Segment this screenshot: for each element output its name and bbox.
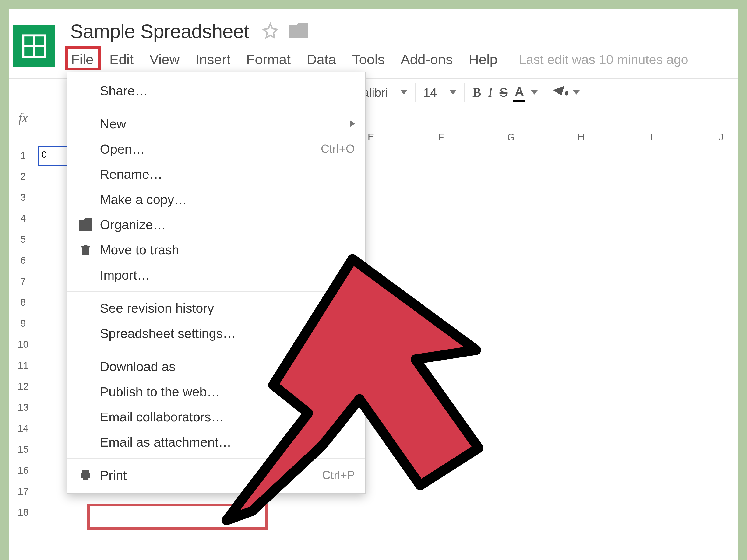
cell[interactable]: [546, 313, 616, 334]
menu-item-publish[interactable]: Publish to the web…: [67, 379, 365, 404]
cell[interactable]: [686, 376, 738, 397]
cell[interactable]: [616, 292, 686, 313]
cell[interactable]: [476, 334, 546, 355]
cell[interactable]: [546, 355, 616, 376]
cell[interactable]: [476, 418, 546, 439]
menu-view[interactable]: View: [146, 49, 183, 70]
menu-item-organize[interactable]: Organize…: [67, 212, 365, 237]
menu-item-share[interactable]: Share…: [67, 78, 365, 103]
cell[interactable]: [476, 313, 546, 334]
cell[interactable]: [686, 208, 738, 229]
strikethrough-button[interactable]: S: [499, 85, 508, 99]
cell[interactable]: [406, 271, 476, 292]
cell[interactable]: [476, 397, 546, 418]
cell[interactable]: [406, 502, 476, 523]
row-header[interactable]: 6: [9, 250, 37, 271]
menu-item-email-collaborators[interactable]: Email collaborators…: [67, 404, 365, 429]
cell[interactable]: [406, 439, 476, 460]
cell[interactable]: [686, 397, 738, 418]
menu-format[interactable]: Format: [242, 49, 294, 70]
cell[interactable]: [476, 460, 546, 481]
cell[interactable]: [406, 481, 476, 502]
menu-help[interactable]: Help: [465, 49, 501, 70]
cell[interactable]: [476, 145, 546, 166]
cell[interactable]: [546, 334, 616, 355]
cell[interactable]: [686, 250, 738, 271]
cell[interactable]: [546, 250, 616, 271]
row-header[interactable]: 5: [9, 229, 37, 250]
document-title[interactable]: Sample Spreadsheet: [70, 20, 249, 43]
column-header[interactable]: I: [616, 130, 686, 145]
sheets-logo[interactable]: [13, 25, 55, 67]
row-header[interactable]: 4: [9, 208, 37, 229]
cell[interactable]: [686, 229, 738, 250]
cell[interactable]: [406, 208, 476, 229]
cell[interactable]: [546, 166, 616, 187]
row-header[interactable]: 16: [9, 460, 37, 481]
cell[interactable]: [686, 502, 738, 523]
menu-item-move-to-trash[interactable]: Move to trash: [67, 237, 365, 262]
cell[interactable]: [546, 397, 616, 418]
cell[interactable]: [406, 145, 476, 166]
cell[interactable]: [616, 145, 686, 166]
cell[interactable]: [686, 145, 738, 166]
menu-insert[interactable]: Insert: [192, 49, 234, 70]
cell[interactable]: [616, 313, 686, 334]
cell[interactable]: [686, 418, 738, 439]
cell[interactable]: [616, 502, 686, 523]
cell[interactable]: [476, 166, 546, 187]
cell[interactable]: [616, 208, 686, 229]
row-header[interactable]: 13: [9, 397, 37, 418]
cell[interactable]: [546, 439, 616, 460]
cell[interactable]: [616, 166, 686, 187]
cell[interactable]: [406, 334, 476, 355]
row-header[interactable]: 14: [9, 418, 37, 439]
cell[interactable]: [616, 481, 686, 502]
cell[interactable]: [616, 271, 686, 292]
bold-button[interactable]: B: [472, 85, 481, 100]
cell[interactable]: [546, 187, 616, 208]
menu-item-new[interactable]: New: [67, 111, 365, 136]
menu-item-rename[interactable]: Rename…: [67, 161, 365, 187]
cell[interactable]: [37, 502, 126, 523]
row-header[interactable]: 18: [9, 502, 37, 523]
cell[interactable]: [546, 208, 616, 229]
text-color-button[interactable]: A: [515, 84, 524, 101]
cell[interactable]: [616, 229, 686, 250]
menu-item-open[interactable]: Open… Ctrl+O: [67, 136, 365, 161]
cell[interactable]: [476, 439, 546, 460]
cell[interactable]: [476, 271, 546, 292]
cell[interactable]: [616, 376, 686, 397]
cell[interactable]: [686, 187, 738, 208]
cell[interactable]: [406, 460, 476, 481]
cell[interactable]: [546, 376, 616, 397]
menu-edit[interactable]: Edit: [106, 49, 137, 70]
font-size-select[interactable]: 14: [418, 85, 461, 99]
column-header[interactable]: G: [476, 130, 546, 145]
cell[interactable]: [686, 355, 738, 376]
cell[interactable]: [686, 460, 738, 481]
menu-item-revision-history[interactable]: See revision history Ctrl+Alt: [67, 295, 365, 321]
cell[interactable]: [616, 250, 686, 271]
last-edit-label[interactable]: Last edit was 10 minutes ago: [519, 52, 688, 67]
cell[interactable]: [406, 166, 476, 187]
select-all-corner[interactable]: [9, 130, 37, 145]
cell[interactable]: [476, 187, 546, 208]
cell[interactable]: [546, 460, 616, 481]
cell[interactable]: [476, 292, 546, 313]
cell[interactable]: [406, 187, 476, 208]
menu-item-spreadsheet-settings[interactable]: Spreadsheet settings…: [67, 321, 365, 346]
row-header[interactable]: 17: [9, 481, 37, 502]
cell[interactable]: [336, 502, 406, 523]
cell[interactable]: [126, 502, 196, 523]
cell[interactable]: [406, 292, 476, 313]
cell[interactable]: [616, 439, 686, 460]
cell[interactable]: [476, 250, 546, 271]
menu-item-email-as-attachment[interactable]: Email as attachment…: [67, 429, 365, 455]
fill-color-button[interactable]: [554, 86, 566, 99]
move-to-folder-icon[interactable]: [289, 23, 308, 38]
cell[interactable]: [616, 187, 686, 208]
cell[interactable]: [686, 439, 738, 460]
cell[interactable]: [406, 376, 476, 397]
row-header[interactable]: 3: [9, 187, 37, 208]
